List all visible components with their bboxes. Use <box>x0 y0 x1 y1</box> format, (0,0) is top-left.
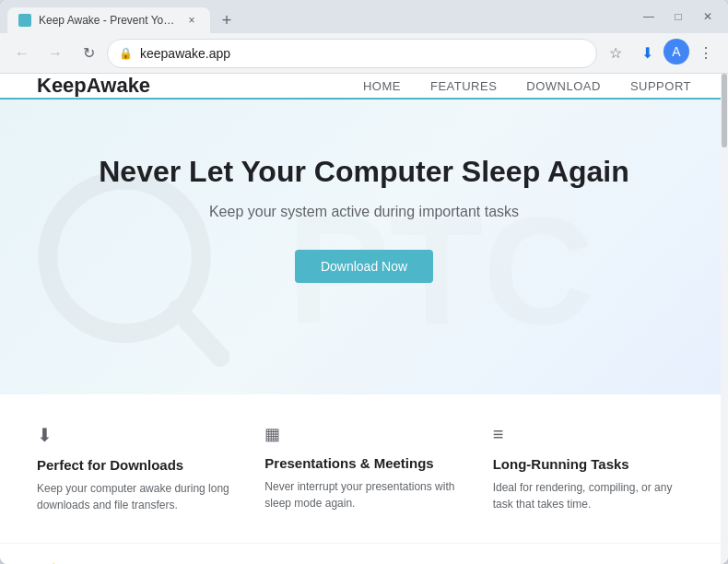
feature-presentations-title: Presentations & Meetings <box>264 455 463 471</box>
feature-tasks: ≡ Long-Running Tasks Ideal for rendering… <box>493 424 691 513</box>
tab-favicon <box>18 14 31 27</box>
tab-title: Keep Awake - Prevent Your Co... <box>39 14 177 27</box>
hero-subtitle: Keep your system active during important… <box>37 204 691 220</box>
back-button[interactable]: ← <box>7 39 37 68</box>
download-button[interactable]: ⬇ <box>632 39 662 68</box>
download-icon: ⬇ <box>641 44 653 62</box>
nav-item-home[interactable]: HOME <box>363 79 401 93</box>
page-content: KeepAwake HOME FEATURES DOWNLOAD SUPPORT… <box>0 74 728 564</box>
feature-downloads-title: Perfect for Downloads <box>37 457 235 473</box>
back-icon: ← <box>15 45 29 62</box>
feature-tasks-title: Long-Running Tasks <box>493 456 691 472</box>
lock-icon: 🔒 <box>119 47 133 60</box>
feature-presentations: ▦ Presentations & Meetings Never interru… <box>264 424 463 513</box>
refresh-button[interactable]: ↻ <box>74 39 103 68</box>
scrollbar-track[interactable] <box>721 74 728 564</box>
profile-icon: A <box>672 44 680 59</box>
downloads-icon: ⬇ <box>37 424 235 446</box>
feature-downloads: ⬇ Perfect for Downloads Keep your comput… <box>37 424 235 513</box>
bookmark-button[interactable]: ☆ <box>601 39 630 68</box>
bookmark-icon: ☆ <box>609 44 622 62</box>
tab-area: Keep Awake - Prevent Your Co... × + <box>7 0 632 33</box>
presentations-icon: ▦ <box>264 424 463 444</box>
nav-item-features[interactable]: FEATURES <box>430 79 497 93</box>
refresh-icon: ↻ <box>83 44 95 62</box>
nav-bar: ← → ↻ 🔒 keepawake.app ☆ ⬇ A ⋮ <box>0 33 728 74</box>
feature-tasks-desc: Ideal for rendering, compiling, or any t… <box>493 479 691 512</box>
more-button[interactable]: ⋮ <box>691 39 721 68</box>
site-header: KeepAwake HOME FEATURES DOWNLOAD SUPPORT <box>0 74 728 100</box>
feature-presentations-desc: Never interrupt your presentations with … <box>264 478 463 511</box>
window-controls: — □ ✕ <box>636 4 721 29</box>
svg-line-1 <box>177 310 220 358</box>
nav-actions: ☆ ⬇ A ⋮ <box>601 39 721 68</box>
profile-button[interactable]: A <box>663 39 689 65</box>
feature-downloads-desc: Keep your computer awake during long dow… <box>37 480 235 513</box>
site-logo: KeepAwake <box>37 74 150 98</box>
title-bar: Keep Awake - Prevent Your Co... × + — □ … <box>0 0 728 33</box>
nav-item-download[interactable]: DOWNLOAD <box>526 79 601 93</box>
hero-content: Never Let Your Computer Sleep Again Keep… <box>37 155 691 283</box>
forward-icon: → <box>48 45 63 62</box>
address-bar[interactable]: 🔒 keepawake.app <box>107 39 597 68</box>
tasks-icon: ≡ <box>493 424 691 445</box>
url-text: keepawake.app <box>140 46 585 61</box>
features-section: ⬇ Perfect for Downloads Keep your comput… <box>0 394 728 543</box>
hero-section: PTC Never Let Your Computer Sleep Again … <box>0 100 728 394</box>
features-bottom: ⚡ Battery Friendly ⚙ Easy to Use 🛡 Secur… <box>0 543 728 564</box>
tab-close-button[interactable]: × <box>184 13 199 28</box>
new-tab-button[interactable]: + <box>214 7 240 33</box>
browser-window: Keep Awake - Prevent Your Co... × + — □ … <box>0 0 728 564</box>
browser-tab[interactable]: Keep Awake - Prevent Your Co... × <box>7 7 210 33</box>
scrollbar-thumb[interactable] <box>722 74 727 147</box>
site-nav: HOME FEATURES DOWNLOAD SUPPORT <box>363 79 691 93</box>
maximize-button[interactable]: □ <box>665 4 691 29</box>
forward-button[interactable]: → <box>41 39 70 68</box>
hero-title: Never Let Your Computer Sleep Again <box>37 155 691 189</box>
close-window-button[interactable]: ✕ <box>695 4 721 29</box>
download-now-button[interactable]: Download Now <box>295 250 433 283</box>
more-icon: ⋮ <box>699 44 713 62</box>
nav-item-support[interactable]: SUPPORT <box>630 79 691 93</box>
minimize-button[interactable]: — <box>636 4 662 29</box>
features-grid: ⬇ Perfect for Downloads Keep your comput… <box>37 424 691 513</box>
